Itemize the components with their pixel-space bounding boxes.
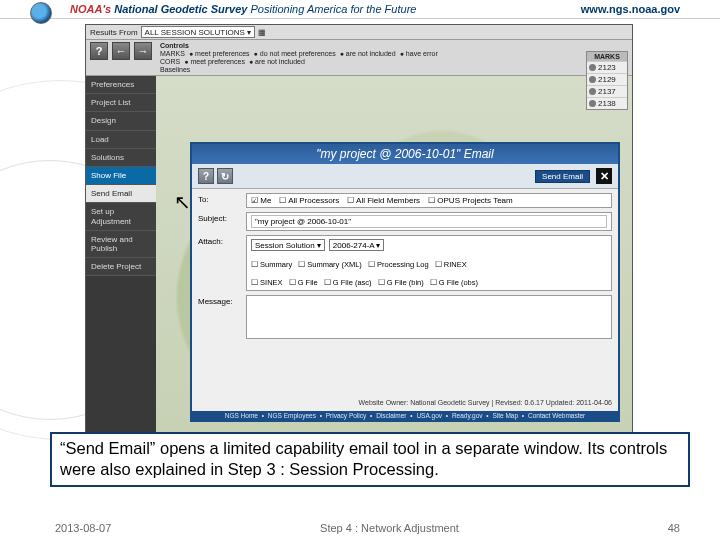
dot-icon xyxy=(589,100,596,107)
results-bar: Results From ALL SESSION SOLUTIONS ▦ xyxy=(86,25,632,40)
chk-gfile[interactable]: G File xyxy=(289,278,318,287)
mark-row[interactable]: 2137 xyxy=(587,85,627,97)
sidebar-item-delete-project[interactable]: Delete Project xyxy=(86,258,156,276)
mark-row[interactable]: 2123 xyxy=(587,61,627,73)
chk-gfile-obs[interactable]: G File (obs) xyxy=(430,278,478,287)
chk-processing-log[interactable]: Processing Log xyxy=(368,260,429,269)
footer-link[interactable]: Privacy Policy xyxy=(326,412,366,419)
attach-label: Attach: xyxy=(198,235,240,246)
subject-row: Subject: "my project @ 2006-10-01" xyxy=(198,212,612,231)
opt-notmeet: do not meet preferences xyxy=(254,50,336,57)
sidebar-item-show-file[interactable]: Show File xyxy=(86,167,156,185)
results-label: Results From xyxy=(90,28,138,37)
row-baselines: Baselines xyxy=(160,66,190,73)
attach-field: Session Solution 2006-274-A Summary Summ… xyxy=(246,235,612,291)
ngs-name: National Geodetic Survey xyxy=(114,3,247,15)
footer-link[interactable]: NGS Home xyxy=(225,412,258,419)
brand: NOAA's xyxy=(70,3,111,15)
sidebar-item-setup-adjustment[interactable]: Set up Adjustment xyxy=(86,203,156,230)
email-footer-links: NGS Home • NGS Employees • Privacy Polic… xyxy=(192,411,618,420)
footer-link[interactable]: Site Map xyxy=(492,412,518,419)
subject-field: "my project @ 2006-10-01" xyxy=(246,212,612,231)
chk-sinex[interactable]: SINEX xyxy=(251,278,283,287)
caption-box: “Send Email” opens a limited capability … xyxy=(50,432,690,487)
footer-link[interactable]: NGS Employees xyxy=(268,412,316,419)
attach-row: Attach: Session Solution 2006-274-A Summ… xyxy=(198,235,612,291)
chk-gfile-bin[interactable]: G File (bin) xyxy=(378,278,424,287)
footer-link[interactable]: USA.gov xyxy=(416,412,442,419)
to-label: To: xyxy=(198,193,240,204)
opt-haveerr: have error xyxy=(400,50,438,57)
sidebar-item-solutions[interactable]: Solutions xyxy=(86,149,156,167)
footer-page: 48 xyxy=(668,522,680,534)
send-email-button[interactable]: Send Email xyxy=(535,170,590,183)
controls-label: Controls xyxy=(160,42,189,49)
sidebar-item-design[interactable]: Design xyxy=(86,112,156,130)
attach-dd1[interactable]: Session Solution xyxy=(251,239,325,251)
close-icon[interactable]: ✕ xyxy=(596,168,612,184)
mark-row[interactable]: 2138 xyxy=(587,97,627,109)
marks-header: MARKS xyxy=(587,52,627,61)
message-label: Message: xyxy=(198,295,240,306)
sidebar-item-load[interactable]: Load xyxy=(86,131,156,149)
forward-button[interactable]: → xyxy=(134,42,152,60)
chk-opus-team[interactable]: OPUS Projects Team xyxy=(428,196,513,205)
email-footer: Website Owner: National Geodetic Survey … xyxy=(359,399,612,406)
noaa-logo-icon xyxy=(30,2,52,24)
dot-icon xyxy=(589,76,596,83)
chk-summary[interactable]: Summary xyxy=(251,260,292,269)
to-row: To: Me All Processors All Field Members … xyxy=(198,193,612,208)
chk-all-field[interactable]: All Field Members xyxy=(347,196,420,205)
opt-notinc2: are not included xyxy=(249,58,305,65)
footer-step: Step 4 : Network Adjustment xyxy=(320,522,459,534)
footer-link[interactable]: Disclaimer xyxy=(376,412,406,419)
noaa-title: NOAA's National Geodetic Survey Position… xyxy=(70,3,416,15)
controls-row: ? ← → Controls MARKS meet preferences do… xyxy=(86,40,632,76)
footer-date: 2013-08-07 xyxy=(55,522,111,534)
caption-text: “Send Email” opens a limited capability … xyxy=(50,432,690,487)
help-button[interactable]: ? xyxy=(198,168,214,184)
marks-panel: MARKS 2123 2129 2137 2138 xyxy=(586,51,628,110)
footer-link[interactable]: Contact Webmaster xyxy=(528,412,585,419)
chk-gfile-asc[interactable]: G File (asc) xyxy=(324,278,372,287)
dot-icon xyxy=(589,64,596,71)
sidebar: Preferences Project List Design Load Sol… xyxy=(86,76,156,444)
slide-footer: 2013-08-07 Step 4 : Network Adjustment 4… xyxy=(55,522,680,534)
to-field: Me All Processors All Field Members OPUS… xyxy=(246,193,612,208)
chk-me[interactable]: Me xyxy=(251,196,271,205)
chk-all-processors[interactable]: All Processors xyxy=(279,196,339,205)
email-window: "my project @ 2006-10-01" Email ? ↻ Send… xyxy=(190,142,620,422)
help-button[interactable]: ? xyxy=(90,42,108,60)
refresh-button[interactable]: ↻ xyxy=(217,168,233,184)
chk-summary-xml[interactable]: Summary (XML) xyxy=(298,260,362,269)
results-dropdown[interactable]: ALL SESSION SOLUTIONS xyxy=(141,26,255,38)
opt-meet2: meet preferences xyxy=(184,58,245,65)
opt-notinc: are not included xyxy=(340,50,396,57)
opt-meet: meet preferences xyxy=(189,50,250,57)
noaa-url: www.ngs.noaa.gov xyxy=(581,3,680,15)
noaa-header: NOAA's National Geodetic Survey Position… xyxy=(0,0,720,19)
subject-label: Subject: xyxy=(198,212,240,223)
footer-link[interactable]: Ready.gov xyxy=(452,412,483,419)
sidebar-item-preferences[interactable]: Preferences xyxy=(86,76,156,94)
attach-dd2[interactable]: 2006-274-A xyxy=(329,239,385,251)
sidebar-item-send-email[interactable]: Send Email xyxy=(86,185,156,203)
sidebar-item-review-publish[interactable]: Review and Publish xyxy=(86,231,156,258)
sidebar-item-project-list[interactable]: Project List xyxy=(86,94,156,112)
ngs-tagline: Positioning America for the Future xyxy=(251,3,417,15)
row-marks: MARKS xyxy=(160,50,185,57)
mark-row[interactable]: 2129 xyxy=(587,73,627,85)
email-title: "my project @ 2006-10-01" Email xyxy=(192,144,618,164)
subject-input[interactable]: "my project @ 2006-10-01" xyxy=(251,215,607,228)
dot-icon xyxy=(589,88,596,95)
results-toggle-icon[interactable]: ▦ xyxy=(258,28,266,37)
message-row: Message: xyxy=(198,295,612,339)
controls-legend: Controls MARKS meet preferences do not m… xyxy=(160,42,438,73)
chk-rinex[interactable]: RINEX xyxy=(435,260,467,269)
email-toolbar: ? ↻ Send Email ✕ xyxy=(192,164,618,189)
message-textarea[interactable] xyxy=(246,295,612,339)
back-button[interactable]: ← xyxy=(112,42,130,60)
row-cors: CORS xyxy=(160,58,180,65)
